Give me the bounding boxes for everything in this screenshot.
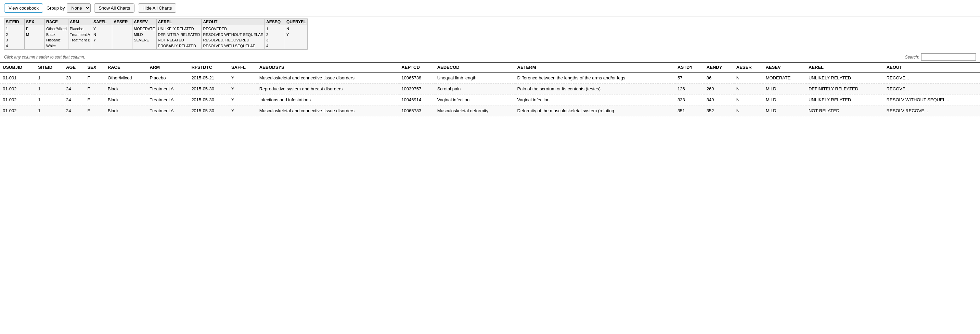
filter-value[interactable]: Treatment B bbox=[70, 37, 90, 43]
filter-value[interactable]: UNLIKELY RELATED bbox=[158, 26, 200, 32]
filter-value[interactable]: 4 bbox=[266, 43, 283, 49]
filter-value[interactable]: 3 bbox=[6, 37, 23, 43]
filter-value[interactable]: 3 bbox=[266, 37, 283, 43]
filter-value[interactable]: Y bbox=[94, 26, 111, 32]
th-astdy[interactable]: ASTDY bbox=[675, 62, 704, 72]
cell-aebodsys: Musculoskeletal and connective tissue di… bbox=[257, 105, 399, 116]
cell-aeterm: Vaginal infection bbox=[515, 94, 675, 105]
cell-siteid: 1 bbox=[35, 84, 63, 94]
filter-value[interactable]: N bbox=[94, 32, 111, 38]
view-codebook-button[interactable]: View codebook bbox=[4, 3, 43, 13]
filter-value[interactable]: Y bbox=[286, 32, 306, 38]
show-all-charts-button[interactable]: Show All Charts bbox=[94, 3, 134, 13]
th-aeptcd[interactable]: AEPTCD bbox=[399, 62, 434, 72]
search-label: Search: bbox=[905, 55, 919, 60]
cell-aebodsys: Reproductive system and breast disorders bbox=[257, 84, 399, 94]
cell-rfstdtc: 2015-05-30 bbox=[189, 105, 229, 116]
cell-rfstdtc: 2015-05-30 bbox=[189, 84, 229, 94]
cell-aendy: 352 bbox=[704, 105, 733, 116]
filter-value[interactable]: 1 bbox=[6, 26, 23, 32]
filter-value[interactable]: 1 bbox=[266, 26, 283, 32]
th-saffl[interactable]: SAFFL bbox=[229, 62, 257, 72]
th-age[interactable]: AGE bbox=[63, 62, 84, 72]
filter-value[interactable]: RESOLVED WITHOUT SEQUELAE bbox=[203, 32, 263, 38]
filter-value[interactable]: NOT RELATED bbox=[158, 37, 200, 43]
th-aebodsys[interactable]: AEBODSYS bbox=[257, 62, 399, 72]
filter-value[interactable]: PROBABLY RELATED bbox=[158, 43, 200, 49]
th-aeout[interactable]: AEOUT bbox=[884, 62, 980, 72]
cell-aeterm: Difference between the lengths of the ar… bbox=[515, 72, 675, 84]
cell-arm: Treatment A bbox=[147, 105, 189, 116]
filter-value[interactable]: N bbox=[286, 26, 306, 32]
filter-value[interactable]: F bbox=[26, 26, 43, 32]
th-aerel[interactable]: AEREL bbox=[806, 62, 884, 72]
filter-value[interactable]: Y bbox=[94, 37, 111, 43]
filter-value[interactable]: RECOVERED bbox=[203, 26, 263, 32]
cell-aendy: 349 bbox=[704, 94, 733, 105]
cell-arm: Treatment A bbox=[147, 84, 189, 94]
filter-value[interactable]: MODERATE bbox=[134, 26, 155, 32]
filter-value[interactable]: Black bbox=[46, 32, 67, 38]
filter-value[interactable]: DEFINITELY RELEATED bbox=[158, 32, 200, 38]
filter-value[interactable]: Treatment A bbox=[70, 32, 90, 38]
cell-aeout: RESOLV WITHOUT SEQUEL... bbox=[884, 94, 980, 105]
cell-aeout: RECOVE... bbox=[884, 72, 980, 84]
sort-hint: Click any column header to sort that col… bbox=[4, 55, 85, 60]
th-aedecod[interactable]: AEDECOD bbox=[434, 62, 515, 72]
cell-astdy: 57 bbox=[675, 72, 704, 84]
cell-aeser: N bbox=[733, 84, 763, 94]
cell-siteid: 1 bbox=[35, 105, 63, 116]
th-arm[interactable]: ARM bbox=[147, 62, 189, 72]
th-aeser[interactable]: AESER bbox=[733, 62, 763, 72]
search-input[interactable] bbox=[921, 53, 976, 60]
filter-value[interactable]: Hispanic bbox=[46, 37, 67, 43]
filter-col-body: NY bbox=[285, 25, 307, 38]
cell-aeout: RESOLV RECOVE... bbox=[884, 105, 980, 116]
cell-usubjid: 01-001 bbox=[0, 72, 35, 84]
cell-aeptcd: 10065738 bbox=[399, 72, 434, 84]
filter-col-body: MODERATEMILDSEVERE bbox=[132, 25, 156, 44]
cell-aeser: N bbox=[733, 105, 763, 116]
th-aeterm[interactable]: AETERM bbox=[515, 62, 675, 72]
filter-value[interactable]: 4 bbox=[6, 43, 23, 49]
filter-col-header: AEOUT bbox=[202, 19, 264, 25]
filter-value[interactable]: Placebo bbox=[70, 26, 90, 32]
cell-sex: F bbox=[84, 105, 105, 116]
filter-col-body: 1234 bbox=[265, 25, 285, 49]
hint-row: Click any column header to sort that col… bbox=[0, 52, 980, 62]
th-rfstdtc[interactable]: RFSTDTC bbox=[189, 62, 229, 72]
th-aendy[interactable]: AENDY bbox=[704, 62, 733, 72]
filter-value[interactable]: 2 bbox=[6, 32, 23, 38]
cell-aerel: NOT RELATED bbox=[806, 105, 884, 116]
filter-value[interactable]: SEVERE bbox=[134, 37, 155, 43]
filter-value[interactable]: Other/Mixed bbox=[46, 26, 67, 32]
filter-value[interactable]: M bbox=[26, 32, 43, 38]
cell-aeser: N bbox=[733, 94, 763, 105]
filter-col-arm: ARMPlaceboTreatment ATreatment B bbox=[68, 19, 92, 49]
filter-section: SITEID1234SEXFMRACEOther/MixedBlackHispa… bbox=[0, 16, 980, 52]
cell-aebodsys: Infections and infestations bbox=[257, 94, 399, 105]
cell-race: Black bbox=[105, 94, 147, 105]
th-sex[interactable]: SEX bbox=[84, 62, 105, 72]
filter-value[interactable]: RESOLVED, RECOVERED bbox=[203, 37, 263, 43]
cell-aebodsys: Musculoskeletal and connective tissue di… bbox=[257, 72, 399, 84]
hide-all-charts-button[interactable]: Hide All Charts bbox=[138, 3, 176, 13]
cell-aesev: MILD bbox=[763, 94, 806, 105]
cell-age: 24 bbox=[63, 94, 84, 105]
filter-col-body: YNY bbox=[92, 25, 112, 44]
filter-col-body: PlaceboTreatment ATreatment B bbox=[68, 25, 92, 44]
th-aesev[interactable]: AESEV bbox=[763, 62, 806, 72]
cell-saffl: Y bbox=[229, 105, 257, 116]
filter-col-aesev: AESEVMODERATEMILDSEVERE bbox=[132, 19, 157, 49]
filter-col-body: RECOVEREDRESOLVED WITHOUT SEQUELAERESOLV… bbox=[202, 25, 264, 49]
filter-value[interactable]: White bbox=[46, 43, 67, 49]
filter-value[interactable]: RESOLVED WITH SEQUELAE bbox=[203, 43, 263, 49]
filter-value[interactable]: 2 bbox=[266, 32, 283, 38]
th-siteid[interactable]: SITEID bbox=[35, 62, 63, 72]
cell-usubjid: 01-002 bbox=[0, 84, 35, 94]
filter-value[interactable]: MILD bbox=[134, 32, 155, 38]
group-by-select[interactable]: None bbox=[67, 3, 91, 13]
th-usubjid[interactable]: USUBJID bbox=[0, 62, 35, 72]
cell-race: Black bbox=[105, 105, 147, 116]
th-race[interactable]: RACE bbox=[105, 62, 147, 72]
